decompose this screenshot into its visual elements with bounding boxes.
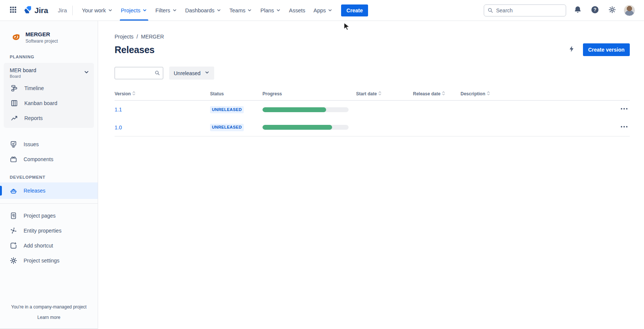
nav-item-projects[interactable]: Projects (117, 0, 151, 21)
sidebar-item-reports[interactable]: Reports (4, 111, 94, 126)
sort-icon (487, 91, 490, 97)
project-mode-note: You're in a company-managed project (0, 304, 98, 310)
sidebar-item-add-shortcut[interactable]: Add shortcut (0, 238, 98, 253)
jira-logo[interactable]: Jira (19, 5, 51, 16)
timeline-icon (10, 84, 19, 93)
project-sidebar: MERGER Software project PLANNING MER boa… (0, 21, 98, 329)
breadcrumb: Projects / MERGER (115, 34, 630, 40)
row-actions-button[interactable] (619, 123, 630, 132)
issues-icon (9, 140, 18, 149)
notifications-button[interactable] (572, 5, 583, 16)
sidebar-item-project-pages[interactable]: Project pages (0, 208, 98, 223)
sidebar-item-issues[interactable]: Issues (0, 137, 98, 152)
board-switcher[interactable]: MER board Board (4, 64, 94, 81)
project-header[interactable]: MERGER Software project (0, 21, 98, 51)
reports-icon (10, 114, 19, 123)
create-version-button[interactable]: Create version (583, 43, 630, 56)
row-actions-button[interactable] (619, 105, 630, 114)
search-icon (487, 7, 493, 15)
progress-bar[interactable] (262, 107, 349, 112)
column-header-version[interactable]: Version (115, 91, 210, 97)
sidebar-item-entity-properties[interactable]: Entity properties (0, 223, 98, 238)
learn-more-link[interactable]: Learn more (37, 315, 60, 320)
table-header-row: Version Status Progress Start date Relea… (115, 91, 630, 101)
kanban-icon (10, 99, 19, 108)
nav-item-dashboards[interactable]: Dashboards (181, 0, 225, 21)
versions-table: Version Status Progress Start date Relea… (115, 91, 630, 136)
project-type: Software project (25, 39, 58, 44)
chevron-down-icon (83, 69, 89, 77)
releases-page: Projects / MERGER Releases Create versio… (98, 21, 644, 329)
column-header-start-date[interactable]: Start date (356, 91, 413, 97)
nav-item-teams[interactable]: Teams (225, 0, 256, 21)
nav-item-assets[interactable]: Assets (285, 0, 310, 21)
board-name: MER board (10, 67, 83, 73)
sidebar-item-kanban-board[interactable]: Kanban board (4, 96, 94, 111)
nav-item-filters[interactable]: Filters (151, 0, 181, 21)
chevron-down-icon (204, 70, 210, 76)
chevron-down-icon (247, 8, 252, 13)
version-link[interactable]: 1.0 (115, 124, 122, 130)
column-header-release-date[interactable]: Release date (413, 91, 461, 97)
help-icon: ? (590, 5, 599, 16)
project-name: MERGER (25, 31, 58, 38)
user-avatar[interactable] (624, 5, 635, 16)
board-type: Board (10, 74, 83, 79)
sidebar-item-components[interactable]: Components (0, 152, 98, 167)
sidebar-item-releases[interactable]: Releases (0, 182, 98, 199)
sidebar-item-timeline[interactable]: Timeline (4, 81, 94, 96)
svg-text:?: ? (593, 7, 596, 12)
automation-button[interactable] (566, 44, 577, 55)
section-label-planning: PLANNING (0, 51, 98, 62)
column-header-progress: Progress (262, 91, 356, 96)
breadcrumb-separator: / (137, 34, 138, 40)
sidebar-footer: You're in a company-managed project Lear… (0, 304, 98, 329)
settings-button[interactable] (607, 5, 618, 16)
bell-icon (574, 6, 582, 15)
gear-icon (608, 6, 616, 15)
jira-logo-text: Jira (34, 6, 48, 15)
progress-bar-fill (262, 125, 332, 130)
breadcrumb-merger[interactable]: MERGER (141, 34, 164, 40)
search-icon (154, 70, 160, 77)
chevron-down-icon (142, 8, 147, 13)
section-label-development: DEVELOPMENT (0, 167, 98, 182)
top-navbar: Jira Jira Your work Projects Filters Das… (0, 0, 644, 21)
chevron-down-icon (216, 8, 221, 13)
status-filter-dropdown[interactable]: Unreleased (169, 67, 214, 80)
entity-properties-icon (9, 226, 18, 235)
column-header-description[interactable]: Description (461, 91, 609, 97)
sidebar-item-project-settings[interactable]: Project settings (0, 253, 98, 268)
create-button[interactable]: Create (341, 4, 368, 16)
sort-icon (378, 91, 382, 97)
nav-item-your-work[interactable]: Your work (78, 0, 117, 21)
grid-icon (9, 6, 17, 15)
board-group: MER board Board Timeline Kanban board (4, 63, 94, 128)
chevron-down-icon (276, 8, 281, 13)
breadcrumb-projects[interactable]: Projects (115, 34, 134, 40)
gear-icon (9, 256, 18, 265)
app-switcher-button[interactable] (7, 4, 19, 17)
column-header-status: Status (210, 91, 262, 96)
progress-bar[interactable] (262, 125, 349, 130)
document-icon (9, 211, 18, 220)
search-input[interactable] (484, 4, 566, 16)
global-search (484, 4, 566, 16)
help-button[interactable]: ? (589, 5, 601, 16)
nav-item-apps[interactable]: Apps (309, 0, 337, 21)
chevron-down-icon (328, 8, 332, 13)
version-link[interactable]: 1.1 (115, 107, 122, 113)
page-title: Releases (115, 44, 155, 55)
project-avatar-icon (7, 31, 21, 44)
ship-icon (9, 186, 18, 195)
status-badge: UNRELEASED (210, 124, 244, 131)
jira-logo-icon (23, 5, 32, 16)
site-label: Jira (58, 7, 67, 13)
sidebar-divider (0, 203, 98, 204)
version-search (115, 67, 163, 79)
nav-item-plans[interactable]: Plans (256, 0, 285, 21)
sort-icon (132, 91, 136, 97)
status-filter-value: Unreleased (174, 70, 201, 76)
chevron-down-icon (108, 8, 113, 13)
navbar-divider (72, 6, 73, 15)
